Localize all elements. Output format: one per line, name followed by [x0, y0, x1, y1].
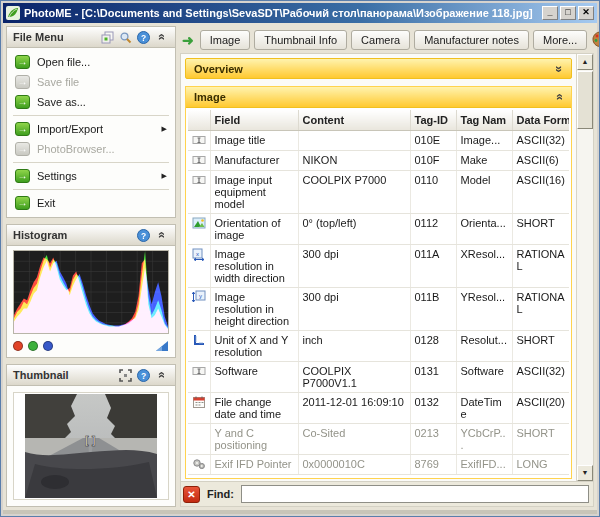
scrollbar-track[interactable]	[577, 129, 593, 465]
tag-id: 010E	[410, 131, 456, 151]
column-header-field[interactable]: Field	[210, 110, 298, 131]
table-row-file-change-date-and-time[interactable]: File change date and time2011-12-01 16:0…	[188, 393, 569, 424]
file-menu-item-import-export[interactable]: →Import/Export▶	[11, 119, 171, 139]
field-content[interactable]: 0° (top/left)	[298, 214, 410, 245]
data-format: ASCII(6)	[512, 151, 569, 171]
tag-name: ExifIFD...	[456, 455, 512, 475]
window-title: PhotoME - [C:\Documents and Settings\Sev…	[24, 7, 542, 19]
column-header-data-format[interactable]: Data Format	[512, 110, 569, 131]
tab-thumbnail-info[interactable]: Thumbnail Info	[254, 30, 347, 50]
file-menu-item-exit[interactable]: →Exit	[11, 193, 171, 213]
go-arrow-icon[interactable]: ➜	[182, 33, 194, 47]
field-content[interactable]: inch	[298, 331, 410, 362]
table-row-software[interactable]: SoftwareCOOLPIX P7000V1.10131SoftwareASC…	[188, 362, 569, 393]
close-find-icon[interactable]: ✕	[183, 486, 200, 503]
resx-icon: x	[188, 245, 210, 288]
tag-name: YCbCrP...	[456, 424, 512, 455]
titlebar[interactable]: PhotoME - [C:\Documents and Settings\Sev…	[3, 3, 597, 23]
table-row-manufacturer[interactable]: ManufacturerNIKON010FMakeASCII(6)	[188, 151, 569, 171]
histogram-mode-icon[interactable]	[155, 340, 169, 352]
crop-frame-icon[interactable]	[118, 368, 133, 383]
table-row-orientation-of-image[interactable]: Orientation of image0° (top/left)0112Ori…	[188, 214, 569, 245]
table-row-unit-of-x-and-y-resolution[interactable]: Unit of X and Y resolutioninch0128Resolu…	[188, 331, 569, 362]
data-format: SHORT	[512, 214, 569, 245]
green-arrow-icon: →	[15, 55, 30, 69]
file-menu-item-open-file[interactable]: →Open file...	[11, 52, 171, 72]
tabs: ImageThumbnail InfoCameraManufacturer no…	[200, 30, 587, 50]
field-content[interactable]: COOLPIX P7000V1.1	[298, 362, 410, 393]
table-row-image-resolution-in-width-direction[interactable]: xImage resolution in width direction300 …	[188, 245, 569, 288]
green-channel-dot[interactable]	[28, 341, 38, 351]
tag-name: XResol...	[456, 245, 512, 288]
green-arrow-icon: →	[15, 142, 30, 156]
vertical-scrollbar[interactable]: ▲ ▼	[576, 54, 593, 481]
scroll-down-button[interactable]: ▼	[577, 465, 593, 481]
overview-section-bar[interactable]: Overview »	[185, 58, 572, 79]
column-header-tag-nam[interactable]: Tag Nam	[456, 110, 512, 131]
resy-icon: y	[188, 288, 210, 331]
field-content[interactable]: 300 dpi	[298, 245, 410, 288]
collapse-icon[interactable]: »	[154, 368, 169, 383]
field-content: 0x0000010C	[298, 455, 410, 475]
column-header-content[interactable]: Content	[298, 110, 410, 131]
collapse-icon[interactable]: »	[553, 94, 567, 101]
red-channel-dot[interactable]	[13, 341, 23, 351]
thumbnail-panel: Thumbnail ? »	[6, 364, 176, 507]
collapse-icon[interactable]: »	[154, 228, 169, 243]
find-input[interactable]	[241, 485, 589, 503]
table-row-image-input-equipment-model[interactable]: Image input equipment modelCOOLPIX P7000…	[188, 171, 569, 214]
blue-channel-dot[interactable]	[43, 341, 53, 351]
data-format: SHORT	[512, 331, 569, 362]
thumbnail-frame: [ ]	[13, 392, 169, 500]
submenu-arrow-icon: ▶	[162, 125, 167, 133]
tab-camera[interactable]: Camera	[351, 30, 410, 50]
table-row-image-title[interactable]: Image title010EImage...ASCII(32)	[188, 131, 569, 151]
field-content[interactable]: 2011-12-01 16:09:10	[298, 393, 410, 424]
icon-column-header[interactable]	[188, 110, 210, 131]
sidebar: File Menu ? » →Open file...→Save file→Sa…	[6, 26, 176, 507]
green-arrow-icon: →	[15, 196, 30, 210]
tag-name: Make	[456, 151, 512, 171]
collapse-icon[interactable]: »	[154, 30, 169, 45]
help-icon[interactable]: ?	[136, 368, 151, 383]
table-header-row: FieldContentTag-IDTag NamData Format	[188, 110, 569, 131]
data-format: RATIONAL	[512, 245, 569, 288]
image-section-bar[interactable]: Image »	[186, 87, 571, 108]
close-button[interactable]: ✕	[578, 6, 594, 20]
search-icon[interactable]	[118, 30, 133, 45]
calendar-icon	[188, 393, 210, 424]
table-row-image-resolution-in-height-direction[interactable]: yImage resolution in height direction300…	[188, 288, 569, 331]
field-content[interactable]: 300 dpi	[298, 288, 410, 331]
maximize-button[interactable]: □	[560, 6, 576, 20]
svg-text:?: ?	[141, 370, 146, 380]
file-menu-item-save-as[interactable]: →Save as...	[11, 92, 171, 112]
tab-image[interactable]: Image	[200, 30, 251, 50]
green-arrow-icon: →	[15, 95, 30, 109]
expand-icon[interactable]: »	[553, 65, 567, 72]
minimize-button[interactable]: _	[542, 6, 558, 20]
thumbnail-image[interactable]: [ ]	[25, 394, 157, 498]
data-format: ASCII(16)	[512, 171, 569, 214]
image-title: Image	[194, 91, 556, 103]
column-header-tag-id[interactable]: Tag-ID	[410, 110, 456, 131]
help-icon[interactable]: ?	[136, 30, 151, 45]
green-arrow-icon: →	[15, 75, 30, 89]
thumbnail-body: [ ]	[7, 386, 175, 506]
tab-more[interactable]: More...	[533, 30, 587, 50]
text-icon	[188, 362, 210, 393]
color-palette-icon[interactable]	[591, 31, 600, 49]
duplicate-icon[interactable]	[100, 30, 115, 45]
file-menu-item-settings[interactable]: →Settings▶	[11, 166, 171, 186]
find-label: Find:	[207, 488, 234, 500]
table-row-y-and-c-positioning[interactable]: Y and C positioningCo-Sited0213YCbCrP...…	[188, 424, 569, 455]
scrollbar-thumb[interactable]	[577, 71, 593, 129]
table-row-exif-ifd-pointer[interactable]: Exif IFD Pointer0x0000010C8769ExifIFD...…	[188, 455, 569, 475]
tab-manufacturer-notes[interactable]: Manufacturer notes	[414, 30, 529, 50]
help-icon[interactable]: ?	[136, 228, 151, 243]
app-icon	[6, 6, 20, 20]
tag-id: 0110	[410, 171, 456, 214]
field-name: Image title	[210, 131, 298, 151]
svg-text:x: x	[196, 251, 199, 257]
file-menu-panel: File Menu ? » →Open file...→Save file→Sa…	[6, 26, 176, 218]
scroll-up-button[interactable]: ▲	[577, 54, 593, 70]
